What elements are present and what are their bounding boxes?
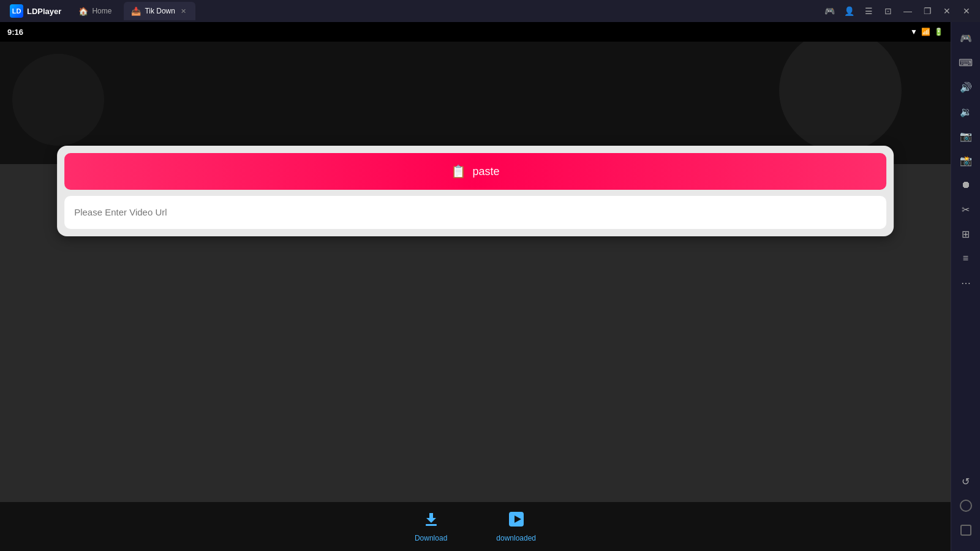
tikdown-icon: 📥 xyxy=(131,7,141,16)
nav-downloaded-label: downloaded xyxy=(496,534,536,542)
tab-close-button[interactable]: ✕ xyxy=(179,7,188,16)
signal-icon: 📶 xyxy=(921,28,930,36)
input-card: 📋 paste xyxy=(57,146,894,236)
bottom-nav: Download downloaded xyxy=(0,502,951,551)
paste-button-label: paste xyxy=(472,165,499,178)
sidebar-gamepad-button[interactable]: 🎮 xyxy=(955,27,977,49)
sidebar-scissors-button[interactable]: ✂ xyxy=(955,198,977,220)
sidebar-bottom-buttons: ↺ xyxy=(955,470,977,546)
url-input-container xyxy=(64,196,886,229)
bg-shape-2 xyxy=(12,54,104,146)
svg-rect-0 xyxy=(426,524,437,526)
download-icon xyxy=(423,511,440,531)
right-sidebar: 🎮 ⌨ 🔊 🔉 📷 📸 ⏺ ✂ ⊞ ≡ ⋯ ↺ xyxy=(951,22,980,551)
sidebar-camera-button[interactable]: 📷 xyxy=(955,125,977,147)
sidebar-volume-up-button[interactable]: 🔊 xyxy=(955,76,977,98)
sidebar-volume-down-button[interactable]: 🔉 xyxy=(955,100,977,122)
menu-button[interactable]: ☰ xyxy=(860,4,877,18)
restore-button[interactable]: ❐ xyxy=(919,4,936,18)
sidebar-keyboard-button[interactable]: ⌨ xyxy=(955,51,977,73)
display-button[interactable]: ⊡ xyxy=(880,4,897,18)
main-area: 9:16 ▼ 📶 🔋 📋 paste xyxy=(0,22,980,551)
android-screen: 9:16 ▼ 📶 🔋 📋 paste xyxy=(0,22,951,551)
home-icon: 🏠 xyxy=(78,7,88,16)
sidebar-list-button[interactable]: ≡ xyxy=(955,247,977,269)
tab-home-label: Home xyxy=(92,7,111,15)
extra-close-button[interactable]: ✕ xyxy=(958,4,975,18)
app-name: LDPlayer xyxy=(27,7,61,16)
paste-button[interactable]: 📋 paste xyxy=(64,153,886,190)
tab-home[interactable]: 🏠 Home xyxy=(71,2,119,20)
status-time: 9:16 xyxy=(7,28,23,37)
circle-shape xyxy=(960,500,972,512)
minimize-button[interactable]: — xyxy=(899,4,916,18)
tab-tikdown[interactable]: 📥 Tik Down ✕ xyxy=(124,2,195,20)
titlebar: LD LDPlayer 🏠 Home 📥 Tik Down ✕ 🎮 👤 ☰ ⊡ … xyxy=(0,0,980,22)
tab-tikdown-label: Tik Down xyxy=(145,7,175,15)
sidebar-screenshot-button[interactable]: 📸 xyxy=(955,149,977,171)
nav-item-downloaded[interactable]: downloaded xyxy=(496,511,536,542)
sidebar-rotate-button[interactable]: ↺ xyxy=(955,470,977,492)
nav-item-download[interactable]: Download xyxy=(415,511,447,542)
wifi-icon: ▼ xyxy=(910,28,918,36)
android-status-bar: 9:16 ▼ 📶 🔋 xyxy=(0,22,951,42)
gamepad-button[interactable]: 🎮 xyxy=(821,4,838,18)
nav-download-label: Download xyxy=(415,534,447,542)
battery-icon: 🔋 xyxy=(934,28,943,36)
sidebar-record-button[interactable]: ⏺ xyxy=(955,174,977,196)
sidebar-circle-button[interactable] xyxy=(955,495,977,517)
sidebar-grid-button[interactable]: ⊞ xyxy=(955,223,977,245)
app-content: 📋 paste xyxy=(0,42,951,502)
logo-icon: LD xyxy=(10,4,23,18)
sidebar-square-button[interactable] xyxy=(955,519,977,541)
bg-shape-1 xyxy=(779,42,902,152)
close-button[interactable]: ✕ xyxy=(938,4,956,18)
clipboard-icon: 📋 xyxy=(451,164,466,179)
url-input[interactable] xyxy=(74,207,876,217)
app-logo[interactable]: LD LDPlayer xyxy=(5,4,66,18)
account-button[interactable]: 👤 xyxy=(840,4,858,18)
downloaded-icon xyxy=(508,511,525,531)
status-icons: ▼ 📶 🔋 xyxy=(910,28,943,36)
sidebar-more-button[interactable]: ⋯ xyxy=(955,272,977,294)
titlebar-controls: 🎮 👤 ☰ ⊡ — ❐ ✕ ✕ xyxy=(821,4,975,18)
square-shape xyxy=(960,525,971,536)
